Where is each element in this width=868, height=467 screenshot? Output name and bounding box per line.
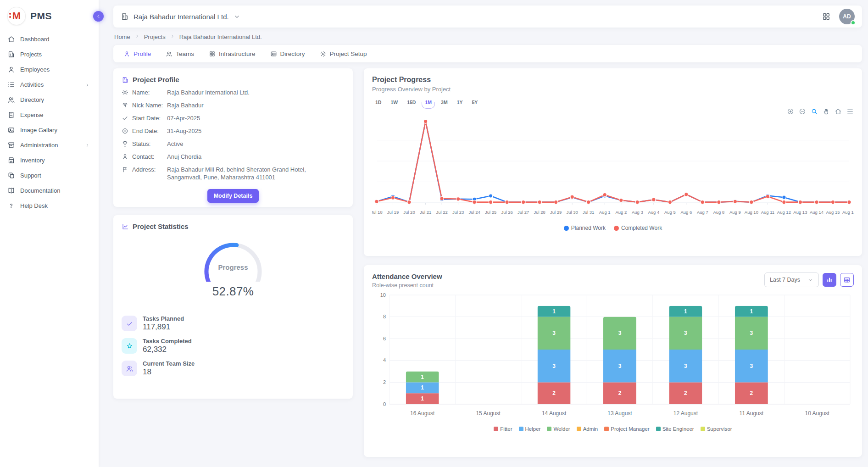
svg-text:Jul 31: Jul 31 bbox=[583, 210, 594, 215]
svg-text:1: 1 bbox=[421, 374, 424, 380]
svg-text:4: 4 bbox=[383, 357, 386, 363]
legend-item-supervisor[interactable]: Supervisor bbox=[701, 426, 732, 432]
sidebar-item-projects[interactable]: Projects bbox=[0, 47, 99, 62]
toolbar-search[interactable] bbox=[811, 108, 818, 117]
breadcrumb-item-projects[interactable]: Projects bbox=[144, 33, 166, 40]
svg-text:Aug 3: Aug 3 bbox=[632, 210, 643, 215]
breadcrumb-item-raja-bahadur-international-ltd-[interactable]: Raja Bahadur International Ltd. bbox=[179, 33, 262, 40]
range-button-1w[interactable]: 1W bbox=[387, 98, 401, 107]
apps-grid-icon[interactable] bbox=[822, 12, 831, 21]
gauge-label: Progress bbox=[218, 263, 248, 271]
range-button-15d[interactable]: 15D bbox=[404, 98, 419, 107]
legend-item-admin[interactable]: Admin bbox=[577, 426, 598, 432]
svg-text:Jul 29: Jul 29 bbox=[550, 210, 562, 215]
sidebar-item-employees[interactable]: Employees bbox=[0, 62, 99, 77]
search-icon[interactable] bbox=[811, 108, 818, 115]
range-button-1d[interactable]: 1D bbox=[372, 98, 384, 107]
sidebar-item-label: Activities bbox=[20, 81, 44, 88]
toolbar-minus-circle[interactable] bbox=[799, 108, 806, 117]
user-avatar[interactable]: AD bbox=[839, 9, 855, 24]
menu-icon[interactable] bbox=[846, 108, 854, 115]
svg-text:Jul 22: Jul 22 bbox=[436, 210, 447, 215]
legend-item-welder[interactable]: Welder bbox=[547, 426, 570, 432]
range-button-1y[interactable]: 1Y bbox=[454, 98, 466, 107]
modify-details-button[interactable]: Modify Details bbox=[207, 189, 259, 203]
plus-circle-icon[interactable] bbox=[787, 108, 794, 115]
sidebar-item-image-gallary[interactable]: Image Gallary bbox=[0, 122, 99, 138]
people-icon bbox=[126, 365, 134, 372]
image-icon bbox=[7, 126, 15, 134]
building-icon bbox=[121, 12, 129, 21]
breadcrumb-separator bbox=[134, 33, 140, 40]
attendance-card-subtitle: Role-wise present count bbox=[372, 282, 442, 289]
tab-teams[interactable]: Teams bbox=[159, 46, 200, 61]
svg-text:Aug 13: Aug 13 bbox=[793, 210, 807, 215]
sidebar-item-label: Employees bbox=[20, 66, 50, 73]
toolbar-hand[interactable] bbox=[823, 108, 830, 117]
id-card-icon bbox=[270, 50, 277, 57]
chevron-right-icon bbox=[170, 33, 175, 39]
svg-text:Aug 6: Aug 6 bbox=[680, 210, 692, 215]
svg-text:2: 2 bbox=[618, 390, 622, 396]
sidebar-item-administration[interactable]: Administration bbox=[0, 138, 99, 153]
field-label: End Date: bbox=[132, 127, 167, 135]
range-button-1m[interactable]: 1M bbox=[422, 98, 435, 107]
building-icon bbox=[122, 76, 129, 83]
chevron-down-icon[interactable] bbox=[234, 13, 240, 20]
legend-item-helper[interactable]: Helper bbox=[519, 426, 541, 432]
profile-card-title: Project Profile bbox=[133, 76, 179, 83]
tab-label: Project Setup bbox=[330, 50, 367, 57]
toolbar-menu[interactable] bbox=[846, 108, 854, 117]
field-value: Anuj Chordia bbox=[167, 153, 201, 161]
profile-field-address: Address:Raja Bahadur Mill Rd, behind She… bbox=[122, 166, 345, 181]
attendance-bar-chart[interactable]: 024681011116 August15 August233114 Augus… bbox=[372, 291, 854, 426]
hand-icon[interactable] bbox=[823, 108, 830, 115]
legend-item-completed-work[interactable]: Completed Work bbox=[614, 225, 662, 231]
legend-item-planned-work[interactable]: Planned Work bbox=[564, 225, 606, 231]
svg-text:Aug 11: Aug 11 bbox=[761, 210, 774, 215]
shop-icon bbox=[7, 156, 15, 164]
tab-project-setup[interactable]: Project Setup bbox=[313, 46, 373, 61]
logo-m-icon: M bbox=[7, 7, 26, 25]
legend-item-fitter[interactable]: Fitter bbox=[494, 426, 512, 432]
tab-directory[interactable]: Directory bbox=[264, 46, 312, 61]
toolbar-plus-circle[interactable] bbox=[787, 108, 794, 117]
sidebar-item-documentation[interactable]: Documentation bbox=[0, 183, 99, 198]
sidebar-item-inventory[interactable]: Inventory bbox=[0, 153, 99, 168]
legend-item-project-manager[interactable]: Project Manager bbox=[604, 426, 649, 432]
sidebar-collapse-button[interactable] bbox=[93, 11, 104, 22]
home-icon[interactable] bbox=[835, 108, 842, 115]
sidebar-item-support[interactable]: Support bbox=[0, 168, 99, 183]
sidebar-item-directory[interactable]: Directory bbox=[0, 92, 99, 107]
svg-text:13 August: 13 August bbox=[607, 410, 632, 417]
project-profile-card: Project Profile Name:Raja Bahadur Intern… bbox=[113, 68, 353, 207]
field-label: Nick Name: bbox=[132, 101, 167, 109]
breadcrumb: HomeProjectsRaja Bahadur International L… bbox=[114, 33, 861, 40]
range-button-5y[interactable]: 5Y bbox=[468, 98, 481, 107]
sidebar-item-label: Administration bbox=[20, 142, 58, 149]
svg-text:2: 2 bbox=[750, 390, 753, 396]
help-icon bbox=[7, 202, 15, 210]
project-selector-label[interactable]: Raja Bahadur International Ltd. bbox=[134, 13, 229, 21]
sidebar-item-help-desk[interactable]: Help Desk bbox=[0, 198, 99, 213]
tab-profile[interactable]: Profile bbox=[117, 46, 157, 61]
minus-circle-icon[interactable] bbox=[799, 108, 806, 115]
date-range-select[interactable]: Last 7 Days bbox=[764, 272, 819, 287]
toolbar-home[interactable] bbox=[835, 108, 842, 117]
legend-item-site-engineer[interactable]: Site Engineer bbox=[656, 426, 694, 432]
building-icon bbox=[7, 50, 15, 58]
progress-line-chart[interactable]: Jul 18Jul 19Jul 20Jul 21Jul 22Jul 23Jul … bbox=[372, 113, 854, 223]
chart-view-toggle-button[interactable] bbox=[823, 273, 836, 287]
sidebar-item-dashboard[interactable]: Dashboard bbox=[0, 32, 99, 47]
table-view-toggle-button[interactable] bbox=[840, 273, 854, 287]
sidebar-item-expense[interactable]: Expense bbox=[0, 107, 99, 122]
tab-infrastructure[interactable]: Infrastructure bbox=[202, 46, 262, 61]
field-label: Address: bbox=[132, 166, 167, 173]
sidebar-item-label: Help Desk bbox=[20, 202, 48, 209]
svg-text:Jul 30: Jul 30 bbox=[567, 210, 578, 215]
sidebar-item-activities[interactable]: Activities bbox=[0, 77, 99, 92]
range-button-3m[interactable]: 3M bbox=[438, 98, 451, 107]
breadcrumb-item-home[interactable]: Home bbox=[114, 33, 130, 40]
svg-text:16 August: 16 August bbox=[410, 410, 435, 417]
line-chart-legend: Planned WorkCompleted Work bbox=[372, 225, 854, 231]
